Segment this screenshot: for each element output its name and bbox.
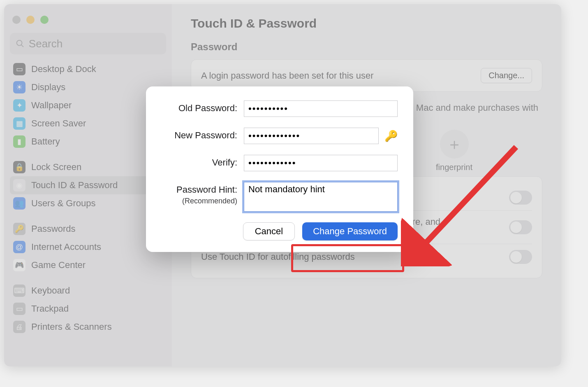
- minimize-window-button[interactable]: [26, 16, 35, 24]
- add-fingerprint-label: fingerprint: [436, 163, 472, 172]
- sidebar-icon: ✦: [13, 99, 25, 112]
- sidebar-item-screen-saver[interactable]: ▦Screen Saver: [10, 114, 166, 133]
- window-controls: [10, 12, 166, 33]
- sidebar-icon: 👥: [13, 197, 25, 210]
- sidebar-icon: ▭: [13, 303, 25, 315]
- old-password-input[interactable]: [244, 100, 398, 117]
- sidebar-item-label: Trackpad: [31, 303, 69, 314]
- password-hint-label: Password Hint: (Recommended): [162, 182, 244, 206]
- sidebar-item-desktop-dock[interactable]: ▭Desktop & Dock: [10, 60, 166, 78]
- page-title: Touch ID & Password: [191, 16, 542, 30]
- sidebar-item-label: Game Center: [31, 260, 86, 270]
- new-password-label: New Password:: [162, 128, 244, 141]
- toggle-2[interactable]: [509, 250, 532, 264]
- sidebar-item-label: Keyboard: [31, 285, 70, 296]
- search-input[interactable]: [29, 37, 160, 50]
- sidebar-item-label: Wallpaper: [31, 100, 72, 111]
- sidebar-item-label: Internet Accounts: [31, 242, 101, 252]
- close-window-button[interactable]: [12, 16, 21, 24]
- sidebar-icon: 🔑: [13, 223, 25, 235]
- verify-password-label: Verify:: [162, 155, 244, 168]
- sidebar-icon: 🖨: [13, 321, 25, 333]
- sidebar-icon: 🎮: [13, 259, 25, 271]
- sidebar-item-label: Touch ID & Password: [31, 180, 118, 191]
- password-hint-input[interactable]: [244, 182, 398, 212]
- sidebar-item-label: Printers & Scanners: [31, 322, 112, 332]
- password-hint-sublabel: (Recommended): [182, 197, 237, 205]
- sidebar-item-wallpaper[interactable]: ✦Wallpaper: [10, 96, 166, 114]
- add-fingerprint-slot[interactable]: ＋ fingerprint: [436, 130, 472, 172]
- plus-icon: ＋: [440, 130, 469, 159]
- sidebar-item-game-center[interactable]: 🎮Game Center: [10, 256, 166, 274]
- change-password-dialog: Old Password: New Password: 🔑 Verify: Pa…: [146, 86, 413, 252]
- sidebar-icon: ◉: [13, 179, 25, 191]
- sidebar-icon: ▦: [13, 117, 25, 130]
- password-key-icon[interactable]: 🔑: [384, 130, 398, 142]
- sidebar-item-label: Displays: [31, 82, 65, 93]
- search-field-wrap[interactable]: [10, 33, 166, 54]
- sidebar-item-printers-scanners[interactable]: 🖨Printers & Scanners: [10, 318, 166, 336]
- sidebar-item-displays[interactable]: ☀Displays: [10, 78, 166, 96]
- sidebar-item-passwords[interactable]: 🔑Passwords: [10, 220, 166, 238]
- change-password-submit[interactable]: Change Password: [302, 222, 398, 240]
- sidebar-icon: ☀: [13, 81, 25, 93]
- sidebar-item-label: Battery: [31, 136, 60, 147]
- sidebar-icon: ▭: [13, 63, 25, 75]
- sidebar-item-internet-accounts[interactable]: @Internet Accounts: [10, 238, 166, 256]
- toggle-label-2: Use Touch ID for autofilling passwords: [201, 252, 355, 262]
- sidebar-item-touch-id-password[interactable]: ◉Touch ID & Password: [10, 176, 166, 194]
- sidebar-item-label: Lock Screen: [31, 162, 81, 173]
- change-password-button[interactable]: Change...: [481, 68, 532, 83]
- sidebar-item-keyboard[interactable]: ⌨Keyboard: [10, 282, 166, 300]
- sidebar-icon: @: [13, 241, 25, 253]
- sidebar-icon: ⌨: [13, 284, 25, 297]
- zoom-window-button[interactable]: [40, 16, 49, 24]
- sidebar-item-trackpad[interactable]: ▭Trackpad: [10, 300, 166, 318]
- sidebar-icon: ▮: [13, 135, 25, 148]
- sidebar-list: ▭Desktop & Dock☀Displays✦Wallpaper▦Scree…: [10, 60, 166, 336]
- verify-password-input[interactable]: [244, 155, 398, 171]
- search-icon: [16, 39, 25, 49]
- sidebar-item-label: Passwords: [31, 224, 76, 234]
- sidebar-item-battery[interactable]: ▮Battery: [10, 133, 166, 151]
- sidebar-item-lock-screen[interactable]: 🔒Lock Screen: [10, 158, 166, 176]
- toggle-1[interactable]: [509, 220, 532, 234]
- toggle-0[interactable]: [509, 191, 532, 205]
- sidebar-item-label: Desktop & Dock: [31, 64, 96, 75]
- sidebar-item-label: Screen Saver: [31, 118, 86, 129]
- old-password-label: Old Password:: [162, 100, 244, 114]
- password-status-text: A login password has been set for this u…: [201, 70, 373, 81]
- new-password-input[interactable]: [244, 128, 379, 144]
- sidebar-item-label: Users & Groups: [31, 198, 96, 209]
- sidebar-item-users-groups[interactable]: 👥Users & Groups: [10, 194, 166, 212]
- password-section-label: Password: [191, 41, 542, 53]
- sidebar-icon: 🔒: [13, 161, 25, 173]
- cancel-button[interactable]: Cancel: [243, 222, 295, 240]
